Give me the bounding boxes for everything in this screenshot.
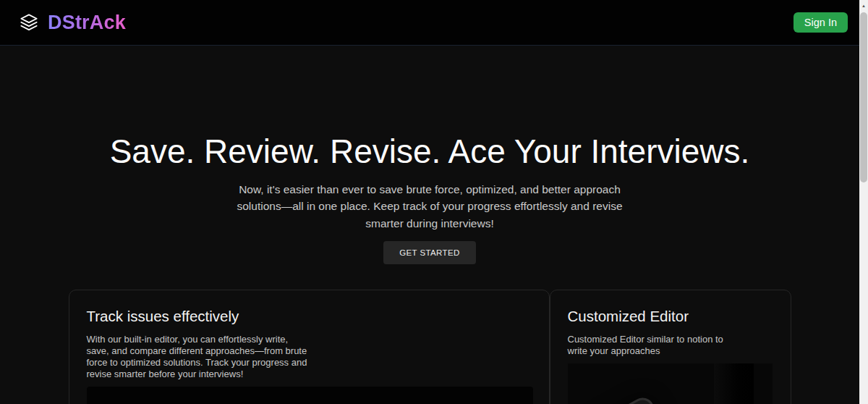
feature-title: Track issues effectively — [87, 308, 532, 325]
photo-dark-band — [714, 363, 754, 404]
feature-description: Customized Editor similar to notion to w… — [568, 334, 745, 357]
brand-name: DStrAck — [48, 12, 126, 34]
tablet-photo-image — [568, 363, 773, 404]
top-navbar: DStrAck Sign In — [0, 0, 859, 46]
features-grid: Track issues effectively With our built-… — [69, 290, 791, 404]
scrollbar-up-arrow-icon[interactable]: ▲ — [859, 0, 868, 11]
hero-section: Save. Review. Revise. Ace Your Interview… — [0, 46, 859, 264]
get-started-button[interactable]: GET STARTED — [383, 241, 476, 264]
feature-card-customized-editor: Customized Editor Customized Editor simi… — [550, 290, 791, 404]
hero-subtitle: Now, it's easier than ever to save brute… — [233, 181, 627, 232]
feature-card-track-issues: Track issues effectively With our built-… — [69, 290, 550, 404]
tablet-device — [568, 394, 707, 404]
sign-in-button[interactable]: Sign In — [793, 12, 848, 33]
editor-screenshot-image — [87, 387, 533, 404]
vertical-scrollbar[interactable]: ▲ — [859, 0, 868, 404]
feature-title: Customized Editor — [568, 308, 773, 325]
landing-page: DStrAck Sign In Save. Review. Revise. Ac… — [0, 0, 859, 404]
layers-icon — [17, 12, 41, 33]
feature-description: With our built-in editor, you can effort… — [87, 334, 310, 379]
hero-title: Save. Review. Revise. Ace Your Interview… — [0, 133, 859, 170]
brand-logo[interactable]: DStrAck — [17, 12, 126, 34]
scrollbar-thumb[interactable] — [860, 12, 867, 182]
